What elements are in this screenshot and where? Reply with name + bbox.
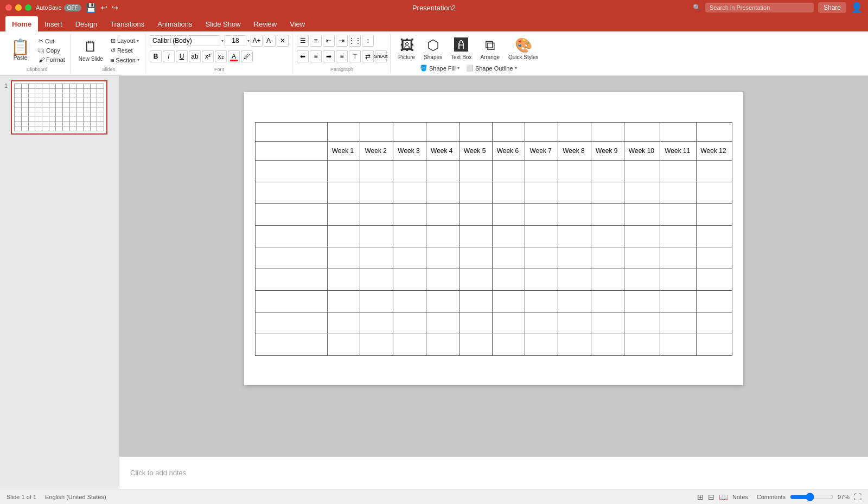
increase-indent-button[interactable]: ⇥ — [336, 35, 348, 47]
drawing-content: 🖼 Picture ⬡ Shapes 🅰 Text Box ⧉ Arrange … — [395, 35, 542, 62]
numbered-list-button[interactable]: ≡ — [310, 35, 322, 47]
bullet-list-button[interactable]: ☰ — [297, 35, 309, 47]
tab-slideshow[interactable]: Slide Show — [199, 16, 247, 31]
textbox-button[interactable]: 🅰 Text Box — [448, 35, 475, 62]
slide-table[interactable]: Week 1 Week 2 Week 3 Week 4 Week 5 Week … — [255, 122, 732, 356]
justify-button[interactable]: ≡ — [336, 50, 348, 62]
font-name-input[interactable] — [150, 35, 220, 46]
week7-header: Week 7 — [525, 141, 558, 160]
reset-button[interactable]: ↺ Reset — [108, 46, 142, 55]
arrange-button[interactable]: ⧉ Arrange — [477, 35, 503, 62]
week10-header: Week 10 — [624, 141, 660, 160]
font-size-chevron[interactable]: ▾ — [247, 39, 250, 43]
notes-area[interactable]: Click to add notes — [119, 456, 868, 489]
section-button[interactable]: ≡ Section ▾ — [108, 56, 142, 65]
clear-format-button[interactable]: ✕ — [277, 35, 289, 47]
presentation-title: Presentation2 — [412, 4, 456, 12]
copy-button[interactable]: ⿻ Copy — [36, 46, 67, 55]
cut-button[interactable]: ✂ Cut — [36, 36, 67, 46]
search-icon: 🔍 — [693, 4, 701, 11]
minimize-button[interactable] — [15, 4, 22, 11]
convert-smartart-button[interactable]: SmArt — [375, 50, 387, 62]
align-center-button[interactable]: ≡ — [310, 50, 322, 62]
tab-transitions[interactable]: Transitions — [104, 16, 151, 31]
paste-button[interactable]: 📋 Paste — [7, 38, 34, 62]
strikethrough-button[interactable]: ab — [189, 50, 201, 62]
tab-design[interactable]: Design — [69, 16, 104, 31]
text-direction-button[interactable]: ⇄ — [362, 50, 374, 62]
view-normal-icon[interactable]: ⊞ — [697, 493, 704, 501]
paste-icon: 📋 — [11, 40, 30, 55]
drawing-extra: 🪣 Shape Fill ▾ ⬜ Shape Outline ▾ — [418, 63, 519, 73]
search-input[interactable] — [705, 3, 814, 12]
tab-view[interactable]: View — [283, 16, 311, 31]
table-row — [256, 334, 732, 355]
layout-button[interactable]: ⊞ Layout ▾ — [108, 36, 142, 46]
slide-panel: 1 — [0, 76, 119, 489]
save-icon[interactable]: 💾 — [86, 3, 97, 13]
textbox-icon: 🅰 — [454, 37, 468, 54]
superscript-button[interactable]: x² — [202, 50, 214, 62]
decrease-indent-button[interactable]: ⇤ — [323, 35, 335, 47]
quick-styles-button[interactable]: 🎨 Quick Styles — [505, 35, 542, 62]
shape-fill-button[interactable]: 🪣 Shape Fill ▾ — [418, 63, 462, 73]
font-name-chevron[interactable]: ▾ — [221, 39, 224, 43]
align-left-button[interactable]: ⬅ — [297, 50, 309, 62]
close-button[interactable] — [5, 4, 12, 11]
share-button[interactable]: Share — [818, 2, 846, 13]
tab-insert[interactable]: Insert — [38, 16, 69, 31]
line-spacing-button[interactable]: ↕ — [362, 35, 374, 47]
align-top-button[interactable]: ⊤ — [349, 50, 361, 62]
zoom-level: 97% — [838, 494, 850, 500]
ribbon-tabs: Home Insert Design Transitions Animation… — [0, 15, 868, 31]
shape-outline-icon: ⬜ — [466, 65, 474, 72]
traffic-lights — [5, 4, 31, 11]
cut-icon: ✂ — [39, 37, 43, 44]
font-size-decrease[interactable]: A- — [264, 35, 276, 47]
user-avatar[interactable]: 👤 — [851, 2, 863, 14]
fit-to-window-icon[interactable]: ⛶ — [854, 493, 861, 501]
col-layout-button[interactable]: ⋮⋮ — [349, 35, 361, 47]
picture-icon: 🖼 — [400, 37, 414, 54]
font-color-button[interactable]: A — [228, 50, 240, 62]
tab-review[interactable]: Review — [247, 16, 284, 31]
notes-placeholder[interactable]: Click to add notes — [130, 469, 186, 477]
format-button[interactable]: 🖌 Format — [36, 55, 67, 64]
paragraph-group: ☰ ≡ ⇤ ⇥ ⋮⋮ ↕ ⬅ ≡ ➡ ≡ ⊤ ⇄ SmArt Paragraph — [293, 34, 391, 73]
align-right-button[interactable]: ➡ — [323, 50, 335, 62]
view-reading-icon[interactable]: 📖 — [719, 493, 728, 501]
redo-icon[interactable]: ↪ — [112, 3, 118, 12]
maximize-button[interactable] — [25, 4, 31, 11]
comments-button[interactable]: Comments — [757, 494, 786, 500]
notes-button[interactable]: Notes — [732, 494, 748, 500]
table-row — [256, 182, 732, 203]
view-slide-sorter-icon[interactable]: ⊟ — [708, 493, 714, 501]
shapes-button[interactable]: ⬡ Shapes — [420, 35, 445, 62]
table-row: Week 1 Week 2 Week 3 Week 4 Week 5 Week … — [256, 141, 732, 160]
slide-thumbnail[interactable] — [11, 80, 107, 135]
title-bar: AutoSave OFF 💾 ↩ ↪ Presentation2 🔍 Share… — [0, 0, 868, 15]
tab-home[interactable]: Home — [5, 16, 38, 31]
underline-button[interactable]: U — [176, 50, 188, 62]
main-area: 1 — [0, 76, 868, 489]
font-size-increase[interactable]: A+ — [251, 35, 263, 47]
text-highlight-button[interactable]: 🖊 — [241, 50, 253, 62]
shape-outline-button[interactable]: ⬜ Shape Outline ▾ — [464, 63, 519, 73]
subscript-button[interactable]: x₂ — [215, 50, 227, 62]
undo-icon[interactable]: ↩ — [101, 3, 107, 12]
font-row2: B I U ab x² x₂ A 🖊 — [150, 50, 253, 62]
font-size-input[interactable] — [225, 35, 246, 46]
picture-button[interactable]: 🖼 Picture — [395, 35, 418, 62]
tab-animations[interactable]: Animations — [151, 16, 199, 31]
week5-header: Week 5 — [459, 141, 492, 160]
table-row — [256, 122, 732, 141]
zoom-slider[interactable] — [790, 493, 833, 501]
bold-button[interactable]: B — [150, 50, 162, 62]
section-chevron: ▾ — [137, 58, 139, 62]
status-right: ⊞ ⊟ 📖 Notes Comments 97% ⛶ — [697, 493, 861, 501]
slide-canvas[interactable]: Week 1 Week 2 Week 3 Week 4 Week 5 Week … — [244, 92, 743, 385]
new-slide-button[interactable]: 🗒 New Slide — [75, 36, 106, 64]
week9-header: Week 9 — [591, 141, 624, 160]
italic-button[interactable]: I — [163, 50, 175, 62]
canvas-area[interactable]: Week 1 Week 2 Week 3 Week 4 Week 5 Week … — [119, 76, 868, 456]
